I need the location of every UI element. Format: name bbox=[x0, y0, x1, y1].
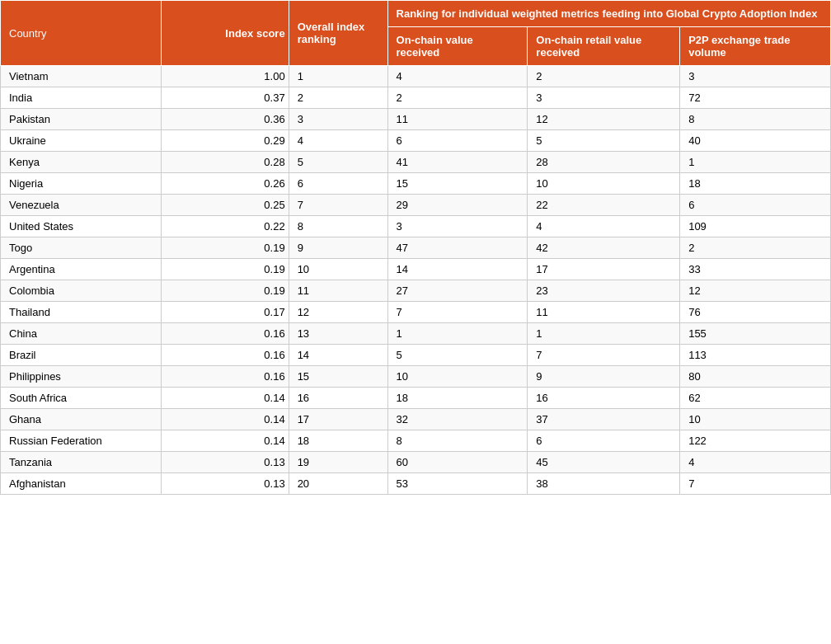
cell-retail: 22 bbox=[528, 195, 680, 216]
cell-p2p: 109 bbox=[680, 216, 831, 237]
onchain-value-header: On-chain value received bbox=[387, 27, 528, 66]
country-header: Country bbox=[1, 1, 162, 66]
cell-ranking: 20 bbox=[289, 473, 387, 495]
cell-retail: 38 bbox=[528, 473, 680, 495]
cell-country: South Africa bbox=[1, 388, 162, 409]
cell-onchain: 41 bbox=[387, 152, 528, 173]
table-row: Venezuela 0.25 7 29 22 6 bbox=[1, 195, 831, 216]
header-row-1: Country Index score Overall index rankin… bbox=[1, 1, 831, 27]
table-row: Ghana 0.14 17 32 37 10 bbox=[1, 409, 831, 430]
cell-index: 0.26 bbox=[161, 173, 289, 195]
cell-p2p: 8 bbox=[680, 109, 831, 130]
cell-p2p: 62 bbox=[680, 388, 831, 409]
p2p-volume-header: P2P exchange trade volume bbox=[680, 27, 831, 66]
cell-country: Ghana bbox=[1, 409, 162, 430]
cell-retail: 9 bbox=[528, 366, 680, 388]
cell-index: 1.00 bbox=[161, 66, 289, 87]
cell-p2p: 76 bbox=[680, 302, 831, 323]
cell-country: Tanzania bbox=[1, 452, 162, 473]
cell-onchain: 32 bbox=[387, 409, 528, 430]
cell-country: United States bbox=[1, 216, 162, 237]
cell-index: 0.19 bbox=[161, 259, 289, 280]
cell-p2p: 80 bbox=[680, 366, 831, 388]
cell-p2p: 2 bbox=[680, 237, 831, 259]
cell-country: Colombia bbox=[1, 280, 162, 302]
cell-retail: 17 bbox=[528, 259, 680, 280]
cell-ranking: 13 bbox=[289, 323, 387, 345]
table-row: Argentina 0.19 10 14 17 33 bbox=[1, 259, 831, 280]
cell-country: Ukraine bbox=[1, 130, 162, 152]
cell-ranking: 3 bbox=[289, 109, 387, 130]
cell-retail: 45 bbox=[528, 452, 680, 473]
cell-onchain: 1 bbox=[387, 323, 528, 345]
cell-onchain: 10 bbox=[387, 366, 528, 388]
crypto-adoption-table: Country Index score Overall index rankin… bbox=[0, 0, 831, 495]
cell-p2p: 1 bbox=[680, 152, 831, 173]
cell-country: Argentina bbox=[1, 259, 162, 280]
table-row: China 0.16 13 1 1 155 bbox=[1, 323, 831, 345]
cell-p2p: 40 bbox=[680, 130, 831, 152]
cell-p2p: 6 bbox=[680, 195, 831, 216]
table-row: India 0.37 2 2 3 72 bbox=[1, 87, 831, 109]
table-row: Thailand 0.17 12 7 11 76 bbox=[1, 302, 831, 323]
table-row: Colombia 0.19 11 27 23 12 bbox=[1, 280, 831, 302]
cell-retail: 10 bbox=[528, 173, 680, 195]
cell-ranking: 8 bbox=[289, 216, 387, 237]
cell-country: Russian Federation bbox=[1, 430, 162, 452]
cell-ranking: 4 bbox=[289, 130, 387, 152]
table-row: Nigeria 0.26 6 15 10 18 bbox=[1, 173, 831, 195]
cell-onchain: 18 bbox=[387, 388, 528, 409]
index-score-header: Index score bbox=[161, 1, 289, 66]
cell-ranking: 9 bbox=[289, 237, 387, 259]
cell-index: 0.13 bbox=[161, 452, 289, 473]
cell-country: China bbox=[1, 323, 162, 345]
cell-ranking: 18 bbox=[289, 430, 387, 452]
cell-country: Togo bbox=[1, 237, 162, 259]
cell-index: 0.14 bbox=[161, 409, 289, 430]
table-row: Afghanistan 0.13 20 53 38 7 bbox=[1, 473, 831, 495]
cell-onchain: 8 bbox=[387, 430, 528, 452]
table-row: United States 0.22 8 3 4 109 bbox=[1, 216, 831, 237]
cell-index: 0.13 bbox=[161, 473, 289, 495]
cell-ranking: 1 bbox=[289, 66, 387, 87]
cell-index: 0.36 bbox=[161, 109, 289, 130]
cell-ranking: 15 bbox=[289, 366, 387, 388]
cell-index: 0.16 bbox=[161, 366, 289, 388]
cell-onchain: 14 bbox=[387, 259, 528, 280]
table-row: Vietnam 1.00 1 4 2 3 bbox=[1, 66, 831, 87]
cell-index: 0.19 bbox=[161, 237, 289, 259]
cell-onchain: 6 bbox=[387, 130, 528, 152]
cell-retail: 6 bbox=[528, 430, 680, 452]
cell-retail: 16 bbox=[528, 388, 680, 409]
cell-onchain: 47 bbox=[387, 237, 528, 259]
cell-onchain: 4 bbox=[387, 66, 528, 87]
cell-country: Nigeria bbox=[1, 173, 162, 195]
cell-country: Philippines bbox=[1, 366, 162, 388]
table-row: Tanzania 0.13 19 60 45 4 bbox=[1, 452, 831, 473]
cell-retail: 42 bbox=[528, 237, 680, 259]
cell-retail: 5 bbox=[528, 130, 680, 152]
cell-ranking: 7 bbox=[289, 195, 387, 216]
cell-retail: 37 bbox=[528, 409, 680, 430]
table-row: Brazil 0.16 14 5 7 113 bbox=[1, 345, 831, 366]
cell-index: 0.28 bbox=[161, 152, 289, 173]
cell-index: 0.37 bbox=[161, 87, 289, 109]
table-row: Russian Federation 0.14 18 8 6 122 bbox=[1, 430, 831, 452]
cell-country: Venezuela bbox=[1, 195, 162, 216]
table-body: Vietnam 1.00 1 4 2 3 India 0.37 2 2 3 72… bbox=[1, 66, 831, 495]
cell-country: Vietnam bbox=[1, 66, 162, 87]
cell-country: Thailand bbox=[1, 302, 162, 323]
cell-ranking: 5 bbox=[289, 152, 387, 173]
cell-onchain: 29 bbox=[387, 195, 528, 216]
cell-p2p: 3 bbox=[680, 66, 831, 87]
cell-retail: 12 bbox=[528, 109, 680, 130]
cell-ranking: 2 bbox=[289, 87, 387, 109]
cell-onchain: 3 bbox=[387, 216, 528, 237]
cell-ranking: 6 bbox=[289, 173, 387, 195]
cell-p2p: 4 bbox=[680, 452, 831, 473]
cell-retail: 7 bbox=[528, 345, 680, 366]
cell-ranking: 12 bbox=[289, 302, 387, 323]
cell-p2p: 113 bbox=[680, 345, 831, 366]
cell-ranking: 19 bbox=[289, 452, 387, 473]
cell-ranking: 17 bbox=[289, 409, 387, 430]
